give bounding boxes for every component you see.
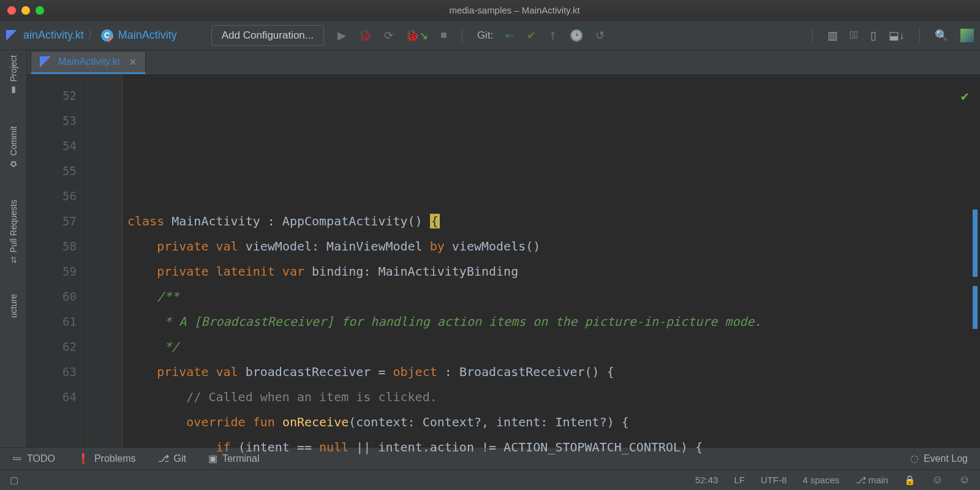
separator: [812, 28, 813, 43]
branch-icon: ⎇: [856, 475, 869, 485]
list-icon: ≔: [12, 453, 22, 464]
breadcrumb[interactable]: ainActivity.kt 〉 C MainActivity: [6, 29, 177, 42]
close-window-icon[interactable]: [7, 6, 16, 15]
code-line[interactable]: private lateinit var binding: MainActivi…: [127, 259, 980, 284]
left-tool-strip: ▮Project ✿Commit ⇄Pull Requests ucture: [0, 50, 27, 447]
right-stripe-marker[interactable]: [973, 209, 978, 277]
git-push-icon[interactable]: ↗: [545, 27, 561, 43]
code-line[interactable]: */: [127, 334, 980, 360]
status-encoding[interactable]: UTF-8: [761, 475, 787, 485]
run-emulator-icon[interactable]: ▶⃞: [850, 29, 858, 42]
editor-tabs: MainActivity.kt ✕: [27, 50, 980, 75]
pull-request-icon: ⇄: [9, 256, 18, 263]
stop-icon[interactable]: ■: [440, 29, 447, 42]
right-stripe-marker[interactable]: [973, 286, 978, 329]
titlebar: media-samples – MainActivity.kt: [0, 0, 980, 21]
code-editor[interactable]: 52535455565758596061626364 ✔ class MainA…: [27, 75, 980, 447]
coverage-icon[interactable]: ⟳: [384, 29, 393, 42]
window-controls: [7, 6, 44, 15]
kotlin-class-icon: C: [101, 29, 113, 42]
search-icon[interactable]: 🔍: [935, 29, 948, 42]
status-line-separator[interactable]: LF: [734, 475, 745, 485]
git-update-icon[interactable]: ↙: [502, 27, 518, 43]
window-title: media-samples – MainActivity.kt: [56, 5, 973, 15]
code-line[interactable]: override fun onReceive(context: Context?…: [127, 410, 980, 435]
chevron-right-icon: 〉: [88, 29, 97, 42]
close-tab-icon[interactable]: ✕: [129, 56, 137, 68]
status-line-col[interactable]: 52:43: [695, 475, 718, 485]
kotlin-file-icon: [40, 56, 51, 67]
kotlin-file-icon: [6, 30, 17, 41]
code-line[interactable]: * A [BroadcastReceiver] for handling act…: [127, 309, 980, 334]
editor-tab[interactable]: MainActivity.kt ✕: [31, 51, 146, 74]
git-label: Git:: [477, 29, 493, 42]
warning-icon: ❗: [77, 453, 89, 464]
git-commit-icon[interactable]: ✔: [527, 29, 536, 42]
code-line[interactable]: if (intent == null || intent.action != A…: [127, 435, 980, 460]
sdk-manager-icon[interactable]: ⬓↓: [889, 29, 905, 42]
code-line[interactable]: class MainActivity : AppCompatActivity()…: [127, 209, 980, 234]
line-number-gutter[interactable]: 52535455565758596061626364: [27, 75, 88, 447]
lock-icon[interactable]: 🔒: [904, 475, 916, 486]
commit-icon: ✿: [9, 159, 18, 169]
avatar[interactable]: [960, 29, 974, 42]
ide-status-icon[interactable]: ☺: [959, 473, 970, 486]
maximize-window-icon[interactable]: [36, 6, 44, 15]
fold-gutter[interactable]: [88, 75, 123, 447]
status-branch[interactable]: ⎇ main: [856, 475, 889, 486]
profile-icon[interactable]: 🐞↘: [405, 29, 428, 42]
device-manager-icon[interactable]: ▯: [870, 29, 876, 42]
main-toolbar: ainActivity.kt 〉 C MainActivity Add Conf…: [0, 21, 980, 50]
folder-icon: ▮: [9, 86, 18, 96]
tool-structure[interactable]: ucture: [9, 294, 18, 318]
memory-indicator-icon[interactable]: ☺: [932, 473, 943, 486]
breadcrumb-class[interactable]: MainActivity: [118, 29, 177, 42]
separator: [919, 28, 920, 43]
git-rollback-icon[interactable]: ↺: [595, 29, 605, 42]
separator: [462, 28, 462, 43]
run-icon[interactable]: ▶: [337, 29, 346, 42]
code-line[interactable]: private val viewModel: MainViewModel by …: [127, 234, 980, 259]
minimize-window-icon[interactable]: [21, 6, 30, 15]
status-indent[interactable]: 4 spaces: [802, 475, 839, 485]
debug-icon[interactable]: 🐞: [358, 29, 372, 42]
editor-tab-label: MainActivity.kt: [58, 56, 120, 67]
code-line[interactable]: private val broadcastReceiver = object :…: [127, 360, 980, 385]
tool-project[interactable]: ▮Project: [9, 55, 18, 96]
project-structure-icon[interactable]: ▥: [827, 29, 838, 42]
git-history-icon[interactable]: 🕑: [570, 29, 583, 42]
toolwindow-quick-icon[interactable]: ▢: [10, 475, 18, 486]
breadcrumb-file[interactable]: ainActivity.kt: [23, 29, 84, 42]
code-line[interactable]: /**: [127, 284, 980, 309]
tool-pull-requests[interactable]: ⇄Pull Requests: [9, 200, 18, 263]
tool-todo[interactable]: ≔TODO: [12, 453, 55, 464]
status-bar: ▢ 52:43 LF UTF-8 4 spaces ⎇ main 🔒 ☺ ☺: [0, 469, 980, 490]
code-content[interactable]: ✔ class MainActivity : AppCompatActivity…: [123, 75, 980, 447]
code-line[interactable]: // Called when an item is clicked.: [127, 385, 980, 410]
inspection-ok-icon[interactable]: ✔: [961, 83, 969, 108]
add-configuration-button[interactable]: Add Configuration...: [211, 25, 324, 46]
tool-commit[interactable]: ✿Commit: [9, 126, 18, 169]
